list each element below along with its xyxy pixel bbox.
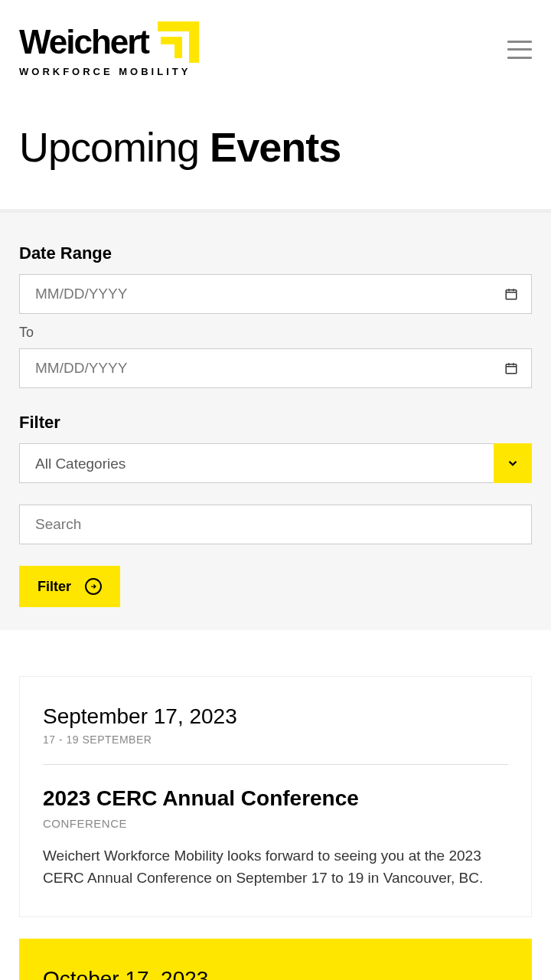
search-input[interactable] [19, 505, 532, 544]
logo-subtitle: WORKFORCE MOBILITY [19, 66, 199, 77]
event-title: 2023 CERC Annual Conference [43, 786, 508, 811]
event-date: September 17, 2023 [43, 704, 508, 729]
filter-label: Filter [19, 413, 532, 433]
arrow-right-circle-icon [85, 578, 102, 595]
filter-panel: Date Range To Filter All Categories Filt… [0, 209, 551, 630]
filter-button[interactable]: Filter [19, 566, 120, 607]
category-select[interactable]: All Categories [19, 443, 532, 483]
logo[interactable]: Weichert WORKFORCE MOBILITY [19, 21, 199, 77]
event-card[interactable]: October 17, 2023 17 - 19 OCTOBER [19, 939, 532, 980]
event-card[interactable]: September 17, 2023 17 - 19 SEPTEMBER 202… [19, 676, 532, 917]
event-subdate: 17 - 19 SEPTEMBER [43, 733, 508, 746]
logo-text: Weichert [19, 25, 148, 59]
page-title: Upcoming Events [19, 123, 532, 171]
event-category: CONFERENCE [43, 817, 508, 830]
events-list: September 17, 2023 17 - 19 SEPTEMBER 202… [0, 630, 551, 980]
date-from-input[interactable] [19, 274, 532, 314]
hamburger-menu-icon[interactable] [507, 41, 532, 59]
event-date: October 17, 2023 [43, 967, 508, 980]
event-description: Weichert Workforce Mobility looks forwar… [43, 845, 508, 889]
date-to-label: To [19, 325, 532, 341]
date-range-label: Date Range [19, 243, 532, 263]
date-to-input[interactable] [19, 348, 532, 388]
divider [43, 764, 508, 765]
logo-mark-icon [158, 21, 199, 63]
